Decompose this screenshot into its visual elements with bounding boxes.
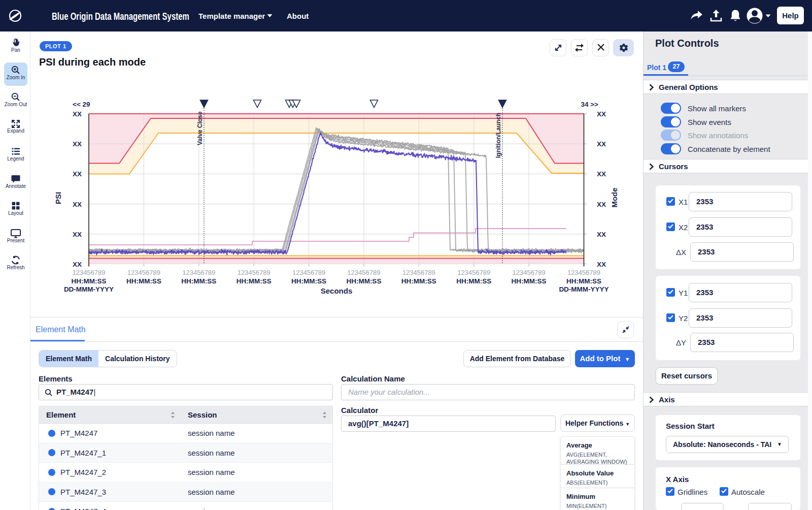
svg-text:XX: XX [73, 140, 82, 148]
svg-text:HH:MM:SS: HH:MM:SS [566, 277, 601, 285]
svg-text:HH:MM:SS: HH:MM:SS [181, 277, 216, 285]
svg-text:DD-MMM-YYYY: DD-MMM-YYYY [64, 285, 114, 293]
svg-text:123456789: 123456789 [513, 269, 546, 276]
svg-text:123456789: 123456789 [182, 269, 215, 276]
svg-text:HH:MM:SS: HH:MM:SS [346, 277, 381, 285]
svg-text:HH:MM:SS: HH:MM:SS [456, 277, 491, 285]
svg-text:HH:MM:SS: HH:MM:SS [126, 277, 161, 285]
svg-text:123456789: 123456789 [402, 269, 435, 276]
svg-text:DD-MMM-YYYY: DD-MMM-YYYY [559, 285, 608, 293]
svg-text:HH:MM:SS: HH:MM:SS [401, 277, 436, 285]
svg-text:XX: XX [73, 170, 82, 178]
svg-text:Valve Close: Valve Close [196, 111, 204, 145]
svg-text:123456789: 123456789 [72, 269, 105, 276]
svg-text:123456789: 123456789 [238, 269, 270, 276]
svg-text:123456789: 123456789 [457, 269, 490, 276]
svg-text:34 >>: 34 >> [581, 101, 598, 108]
svg-text:HH:MM:SS: HH:MM:SS [72, 277, 107, 285]
svg-text:XX: XX [597, 201, 606, 208]
svg-text:XX: XX [73, 110, 82, 118]
svg-text:HH:MM:SS: HH:MM:SS [512, 277, 547, 285]
svg-text:XX: XX [597, 170, 606, 178]
svg-text:123456789: 123456789 [127, 269, 160, 276]
svg-text:123456789: 123456789 [347, 269, 380, 276]
svg-text:Mode: Mode [610, 187, 619, 207]
svg-text:PSI: PSI [54, 192, 62, 204]
svg-text:123456789: 123456789 [567, 269, 600, 276]
svg-text:XX: XX [73, 261, 82, 268]
svg-text:HH:MM:SS: HH:MM:SS [291, 277, 326, 285]
svg-text:Ignition/Launch: Ignition/Launch [495, 113, 502, 158]
svg-text:XX: XX [73, 231, 82, 238]
svg-text:XX: XX [597, 261, 606, 268]
svg-text:XX: XX [73, 201, 82, 208]
svg-text:123456789: 123456789 [292, 269, 325, 276]
svg-text:HH:MM:SS: HH:MM:SS [236, 277, 272, 285]
svg-text:<< 29: << 29 [73, 101, 90, 108]
svg-text:XX: XX [597, 110, 606, 118]
svg-text:XX: XX [597, 140, 606, 148]
svg-text:Seconds: Seconds [321, 286, 353, 295]
svg-text:XX: XX [597, 231, 606, 238]
